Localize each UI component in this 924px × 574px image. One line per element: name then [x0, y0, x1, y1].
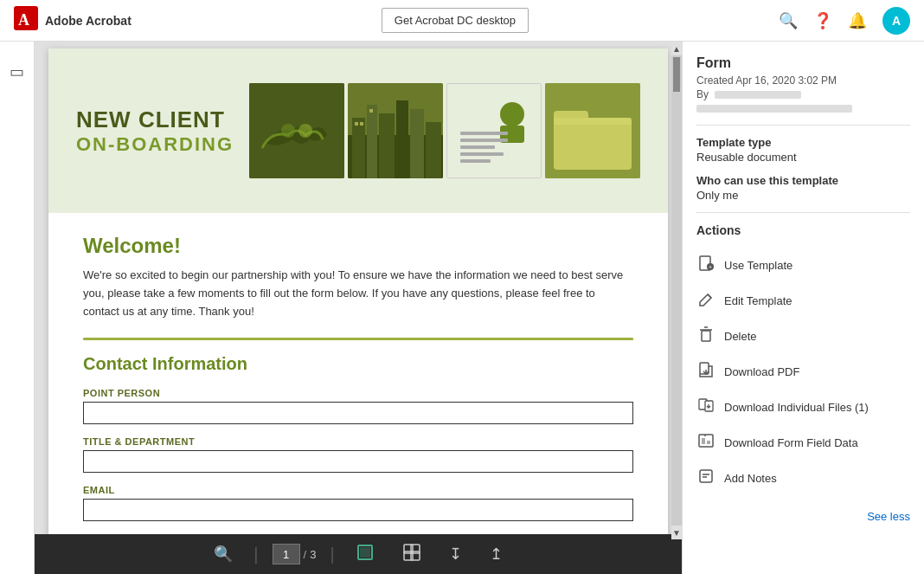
panel-by: By — [696, 88, 910, 100]
svg-rect-11 — [410, 109, 424, 178]
welcome-title: Welcome! — [83, 234, 633, 258]
template-type-label: Template type — [696, 136, 910, 149]
help-icon[interactable]: ❓ — [813, 11, 832, 30]
template-type-value: Reusable document — [696, 151, 910, 164]
svg-rect-29 — [360, 547, 370, 558]
doc-scroll-area[interactable]: NEW CLIENT ON-BOARDING — [35, 42, 682, 534]
download-pdf-icon — [696, 361, 715, 383]
left-sidebar: ▭ — [0, 42, 35, 574]
download-button[interactable]: ↧ — [442, 541, 469, 567]
page-number-input[interactable] — [273, 544, 300, 564]
delete-icon — [696, 326, 715, 347]
scroll-up-arrow[interactable]: ▲ — [671, 42, 682, 55]
action-download-individual-label: Download Individual Files (1) — [724, 401, 869, 414]
field-label-email: EMAIL — [83, 485, 633, 495]
download-form-field-icon — [696, 432, 715, 454]
scroll-down-arrow[interactable]: ▼ — [671, 526, 682, 539]
banner-images — [249, 83, 640, 178]
search-doc-button[interactable]: 🔍 — [207, 541, 240, 567]
page-separator: / — [304, 548, 307, 561]
topbar-center: Get Acrobat DC desktop — [132, 8, 779, 33]
svg-rect-20 — [460, 139, 508, 142]
topbar-right: 🔍 ❓ 🔔 A — [779, 7, 910, 35]
document-viewer: NEW CLIENT ON-BOARDING — [35, 42, 682, 574]
banner-img-document — [446, 83, 542, 178]
main-area: ▭ NEW CLIENT ON-BOARDING — [0, 42, 924, 574]
welcome-text: We're so excited to begin our partnershi… — [83, 267, 633, 320]
see-less-link[interactable]: See less — [867, 510, 910, 523]
acrobat-logo-icon: A — [14, 6, 38, 35]
app-name: Adobe Acrobat — [45, 14, 132, 28]
scroll-thumb[interactable] — [673, 57, 680, 92]
svg-rect-21 — [460, 145, 495, 149]
panel-email-blurred — [696, 102, 910, 114]
svg-rect-14 — [360, 122, 363, 126]
zoom-fit-button[interactable] — [395, 539, 428, 570]
panel-divider-1 — [696, 125, 910, 126]
svg-rect-47 — [707, 441, 710, 444]
action-edit-template[interactable]: Edit Template — [696, 283, 910, 319]
search-icon[interactable]: 🔍 — [779, 11, 798, 30]
svg-rect-37 — [702, 331, 710, 341]
svg-rect-8 — [367, 105, 377, 178]
svg-rect-49 — [700, 470, 712, 482]
doc-page: NEW CLIENT ON-BOARDING — [48, 48, 668, 534]
bottom-toolbar: 🔍 | / 3 | ↧ — [35, 534, 682, 574]
action-use-template-label: Use Template — [724, 259, 792, 272]
topbar-left: A Adobe Acrobat — [14, 6, 132, 35]
svg-rect-12 — [426, 122, 441, 178]
action-download-form-field-label: Download Form Field Data — [724, 436, 858, 449]
section-divider — [83, 338, 633, 340]
action-download-individual[interactable]: Download Individual Files (1) — [696, 390, 910, 425]
fit-page-button[interactable] — [349, 539, 382, 570]
topbar: A Adobe Acrobat Get Acrobat DC desktop 🔍… — [0, 0, 924, 42]
svg-rect-16 — [447, 84, 542, 178]
svg-point-17 — [500, 102, 524, 126]
download-individual-icon — [696, 397, 715, 418]
toolbar-separator-2: | — [330, 545, 334, 564]
share-button[interactable]: ↥ — [483, 541, 510, 567]
add-notes-icon — [696, 468, 715, 489]
contact-section-title: Contact Information — [83, 354, 633, 374]
field-input-title-dept[interactable] — [83, 450, 633, 473]
page-total: 3 — [310, 548, 316, 561]
get-acrobat-button[interactable]: Get Acrobat DC desktop — [382, 8, 529, 33]
use-template-icon: + — [696, 255, 715, 276]
panel-divider-2 — [696, 212, 910, 213]
doc-content: Welcome! We're so excited to begin our p… — [48, 213, 668, 534]
svg-rect-23 — [460, 159, 491, 163]
avatar[interactable]: A — [882, 7, 910, 35]
field-label-title-dept: TITLE & DEPARTMENT — [83, 436, 633, 447]
svg-rect-19 — [460, 132, 508, 135]
action-download-form-field-data[interactable]: Download Form Field Data — [696, 425, 910, 461]
svg-text:+: + — [709, 264, 712, 270]
banner-title-main: NEW CLIENT — [76, 106, 234, 133]
sidebar-pages-icon[interactable]: ▭ — [10, 55, 24, 88]
notifications-icon[interactable]: 🔔 — [848, 11, 867, 30]
svg-rect-45 — [699, 435, 713, 447]
svg-rect-13 — [355, 122, 358, 126]
panel-by-label: By — [696, 88, 709, 100]
action-add-notes[interactable]: Add Notes — [696, 461, 910, 496]
action-add-notes-label: Add Notes — [724, 472, 777, 485]
svg-point-3 — [281, 124, 295, 138]
action-edit-template-label: Edit Template — [724, 294, 792, 307]
banner-img-handshake — [249, 83, 344, 178]
svg-rect-15 — [369, 109, 373, 113]
banner-title-sub: ON-BOARDING — [76, 133, 234, 156]
field-input-email[interactable] — [83, 499, 633, 521]
banner-img-cityscape — [348, 83, 443, 178]
action-delete[interactable]: Delete — [696, 319, 910, 354]
field-input-point-person[interactable] — [83, 402, 633, 424]
svg-rect-7 — [352, 118, 365, 178]
action-download-pdf[interactable]: Download PDF — [696, 354, 910, 390]
svg-rect-46 — [702, 438, 705, 444]
action-use-template[interactable]: + Use Template — [696, 248, 910, 283]
scroll-track: ▲ ▼ — [671, 42, 682, 539]
svg-text:A: A — [18, 11, 29, 29]
panel-created: Created Apr 16, 2020 3:02 PM — [696, 74, 910, 87]
action-delete-label: Delete — [724, 330, 757, 343]
svg-rect-25 — [554, 118, 632, 170]
panel-title: Form — [696, 55, 910, 71]
who-can-label: Who can use this template — [696, 174, 910, 187]
